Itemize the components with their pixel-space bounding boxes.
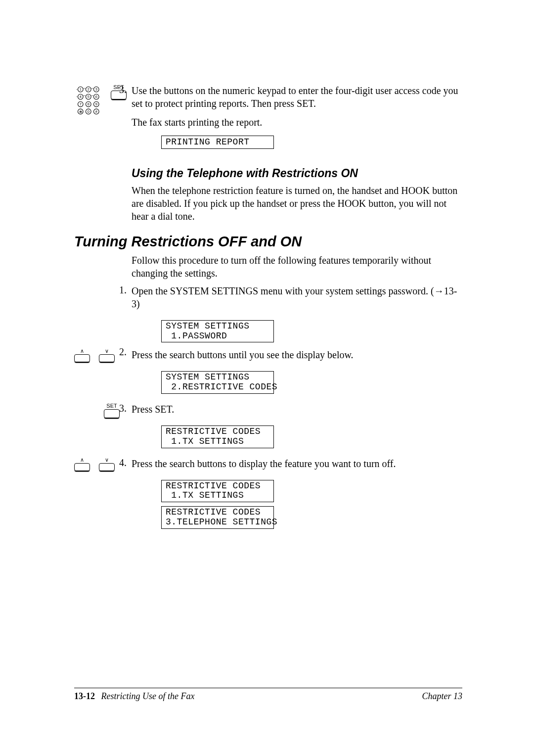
lcd-tx-settings-1: RESTRICTIVE CODES 1.TX SETTINGS	[161, 425, 274, 448]
caret-up-icon: ∧	[74, 457, 90, 463]
step-text: Press the search buttons until you see t…	[132, 348, 462, 361]
lcd-printing-report: PRINTING REPORT	[161, 136, 274, 149]
body-column: 3. Use the buttons on the numeric keypad…	[132, 84, 462, 533]
step-3-top: 3. Use the buttons on the numeric keypad…	[132, 84, 462, 110]
step-number: 3.	[119, 84, 127, 95]
step-2: 2. Press the search buttons until you se…	[132, 346, 462, 361]
footer-chapter: Chapter 13	[422, 691, 462, 702]
caret-down-icon: ∨	[99, 348, 115, 354]
step-text: Use the buttons on the numeric keypad to…	[132, 84, 462, 110]
search-up-button-icon: ∧	[74, 348, 90, 362]
svg-text:∗: ∗	[79, 109, 83, 114]
lcd-tx-settings-2: RESTRICTIVE CODES 1.TX SETTINGS	[161, 480, 274, 503]
keypad-icon: 1 2 3 4 5 6 7 8 9 ∗ 0 #	[74, 84, 106, 118]
step-1: 1. Open the SYSTEM SETTINGS menu with yo…	[132, 284, 462, 310]
section-paragraph: Follow this procedure to turn off the fo…	[132, 254, 462, 280]
svg-text:2: 2	[88, 87, 89, 92]
lcd-telephone-settings: RESTRICTIVE CODES 3.TELEPHONE SETTINGS	[161, 506, 274, 529]
caret-up-icon: ∧	[74, 348, 90, 354]
subsection-heading: Using the Telephone with Restrictions ON	[132, 167, 462, 180]
svg-text:4: 4	[80, 94, 82, 99]
set-button-icon: SET	[104, 403, 120, 418]
svg-text:3: 3	[95, 87, 97, 92]
step-number: 3.	[119, 403, 127, 414]
svg-text:8: 8	[88, 102, 89, 106]
page-number: 13-12	[74, 691, 95, 701]
svg-text:6: 6	[95, 94, 97, 99]
footer-title: Restricting Use of the Fax	[101, 691, 195, 701]
footer-left: 13-12 Restricting Use of the Fax	[74, 691, 194, 702]
svg-text:#: #	[95, 109, 98, 114]
content-area: 1 2 3 4 5 6 7 8 9 ∗ 0 #	[74, 84, 462, 533]
step-text: Press SET.	[132, 403, 462, 416]
step-3-subtext: The fax starts printing the report.	[132, 116, 462, 129]
section-heading: Turning Restrictions OFF and ON	[74, 234, 462, 250]
step-4: 4. Press the search buttons to display t…	[132, 457, 462, 470]
svg-text:5: 5	[88, 94, 89, 99]
svg-text:7: 7	[80, 102, 82, 106]
page-footer: 13-12 Restricting Use of the Fax Chapter…	[74, 688, 462, 702]
lcd-system-settings-password: SYSTEM SETTINGS 1.PASSWORD	[161, 320, 274, 343]
set-button-label: SET	[104, 403, 120, 409]
svg-text:1: 1	[80, 87, 82, 92]
search-down-button-icon: ∨	[99, 348, 115, 362]
search-down-button-icon: ∨	[99, 457, 115, 471]
svg-text:0: 0	[88, 109, 89, 114]
footer-rule	[74, 688, 462, 688]
step-number: 4.	[119, 457, 127, 469]
step-number: 2.	[119, 346, 127, 358]
search-up-button-icon: ∧	[74, 457, 90, 471]
page: 1 2 3 4 5 6 7 8 9 ∗ 0 #	[0, 0, 534, 756]
svg-text:9: 9	[95, 102, 97, 106]
step-number: 1.	[119, 284, 127, 296]
step-text: Open the SYSTEM SETTINGS menu with your …	[132, 284, 462, 310]
subsection-paragraph: When the telephone restriction feature i…	[132, 184, 462, 223]
step-text: Press the search buttons to display the …	[132, 457, 462, 470]
step-3: 3. Press SET.	[132, 403, 462, 416]
caret-down-icon: ∨	[99, 457, 115, 463]
lcd-restrictive-codes-menu: SYSTEM SETTINGS 2.RESTRICTIVE CODES	[161, 371, 274, 394]
